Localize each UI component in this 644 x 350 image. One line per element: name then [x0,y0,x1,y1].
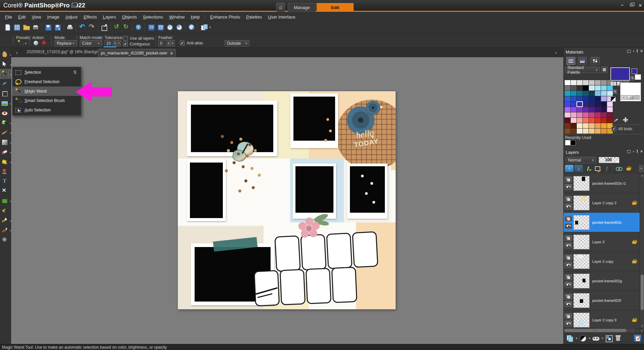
menu-objects[interactable]: Objects [119,13,140,21]
scroll-down-icon[interactable]: ▼ [640,324,644,328]
feather-spinner[interactable]: 0 ▲▼ ▾ [158,40,175,46]
color-swatch[interactable] [589,91,595,96]
document-tab-active[interactable]: ps_marisa-lerin_411085_pocket-overlap-..… [98,49,176,57]
raster-layer-button[interactable] [565,313,572,319]
menu-help[interactable]: Help [188,13,203,21]
zoom-in-button[interactable] [174,23,184,32]
tool-gradient[interactable]: ▾ [0,137,11,147]
tab-edit[interactable]: Edit [317,3,354,12]
color-swatch[interactable] [589,112,595,117]
move-layer-down-button[interactable]: ↓ [574,165,583,172]
recent-color-swatch[interactable] [570,140,576,145]
color-swatch[interactable] [577,80,582,85]
layer-effects-button[interactable]: f [603,165,611,172]
color-swatch[interactable] [577,123,582,128]
home-button[interactable]: ⌂ [276,3,285,12]
zoom-fit-button[interactable] [156,23,165,32]
color-swatch[interactable] [595,112,601,117]
float-panel-icon[interactable] [627,50,631,53]
tool-zoom[interactable] [0,235,11,245]
swap-colors-icon[interactable]: ⇅ [613,90,617,94]
layer-row[interactable]: pocket-frame002c [564,213,640,232]
all-tools-checkbox[interactable]: ✓ [611,127,616,131]
recent-color-swatch[interactable] [565,140,570,145]
canvas-document[interactable]: hello TODAY [178,91,396,309]
color-swatch[interactable] [601,118,607,123]
color-swatch[interactable] [595,123,601,128]
raster-layer-button[interactable] [565,196,572,202]
color-swatch[interactable] [577,118,582,123]
palette-dropdown[interactable]: Standard Palette▾ [565,67,600,73]
color-swatch[interactable] [595,85,601,91]
new-adjustment-layer-button[interactable] [579,334,587,342]
share-button[interactable] [99,23,109,32]
tool-color-replacer[interactable]: ▾ [0,215,11,225]
all-tools-row[interactable]: ✓ All tools [611,127,632,131]
close-panel-icon[interactable]: × [640,49,643,53]
visibility-toggle-button[interactable] [565,243,572,248]
tool-red-eye[interactable] [0,108,11,118]
color-swatch[interactable] [583,80,589,85]
color-swatch[interactable] [583,102,589,107]
color-swatch[interactable] [595,91,601,96]
swatches-view-button[interactable] [566,57,575,65]
link-layers-button[interactable] [615,165,623,172]
adjustment-layer-button[interactable]: f [584,165,592,172]
tolerance-spinner[interactable]: 10 ▲▼ ▾ [105,40,121,46]
tool-flood-fill[interactable]: ▾ [0,157,11,167]
color-swatch[interactable] [595,129,601,134]
edge-mode-dropdown[interactable]: Outside▾ [225,40,249,46]
menu-adjust[interactable]: Adjust [62,13,80,21]
color-swatch[interactable] [589,102,595,107]
menu-view[interactable]: View [29,13,44,21]
color-swatch[interactable] [571,96,576,101]
foreground-color-swatch[interactable] [610,67,630,81]
scroll-down-icon[interactable]: ∨ [640,328,643,333]
visibility-toggle-button[interactable] [565,184,572,190]
color-swatch[interactable] [589,123,595,128]
color-swatch[interactable] [583,96,589,101]
menu-item-auto-selection[interactable]: Auto Selection [12,105,81,115]
anti-alias-checkbox[interactable]: ✓ [180,41,185,45]
color-swatch[interactable] [565,118,570,123]
color-swatch[interactable] [565,112,570,117]
color-swatch[interactable] [583,112,589,117]
close-button[interactable]: × [637,2,644,8]
color-swatch[interactable] [601,91,607,96]
color-swatch[interactable] [565,80,570,85]
toolbar-overflow-button[interactable]: ▾ [639,165,643,172]
color-swatch[interactable] [589,85,595,91]
tool-clone-brush[interactable]: ▾ [0,128,11,137]
bg-color-button[interactable]: ▾ [621,95,627,100]
lock-layer-button[interactable] [624,165,633,172]
foreground-chip[interactable] [632,68,637,74]
color-swatch[interactable] [571,118,576,123]
panel-menu-icon[interactable]: ▾ [633,150,634,153]
presets-button[interactable]: ▾ [17,40,27,47]
pin-icon[interactable] [637,150,638,153]
tool-dropper[interactable] [0,79,11,89]
tool-oil-brush[interactable]: ▾ [0,225,11,235]
color-swatch[interactable] [589,80,595,85]
raster-layer-button[interactable] [565,216,572,221]
zoom-actual-button[interactable] [146,23,156,32]
color-swatch[interactable] [571,107,576,112]
color-swatch[interactable] [595,102,601,107]
menu-item-selection[interactable]: SelectionS [12,68,81,77]
document-tab-inactive[interactable]: 20250919_171815.jpg* @ 16% (Background) [27,49,108,54]
color-swatch[interactable] [583,91,589,96]
color-swatch[interactable] [565,96,570,101]
dropper-icon[interactable] [613,117,619,123]
layer-row[interactable]: pocket-frame002f [564,291,640,310]
edit-selection-button[interactable] [593,165,602,172]
raster-layer-button[interactable] [565,255,572,260]
float-panel-icon[interactable] [627,150,631,153]
tool-picture-tube[interactable] [0,167,11,176]
raster-layer-button[interactable] [565,274,572,280]
save-as-button[interactable] [53,23,62,32]
tool-pen[interactable] [0,206,11,215]
color-swatch[interactable] [565,91,570,96]
color-swatch[interactable] [589,96,595,101]
color-swatch[interactable] [589,118,595,123]
color-swatch[interactable] [607,118,613,123]
